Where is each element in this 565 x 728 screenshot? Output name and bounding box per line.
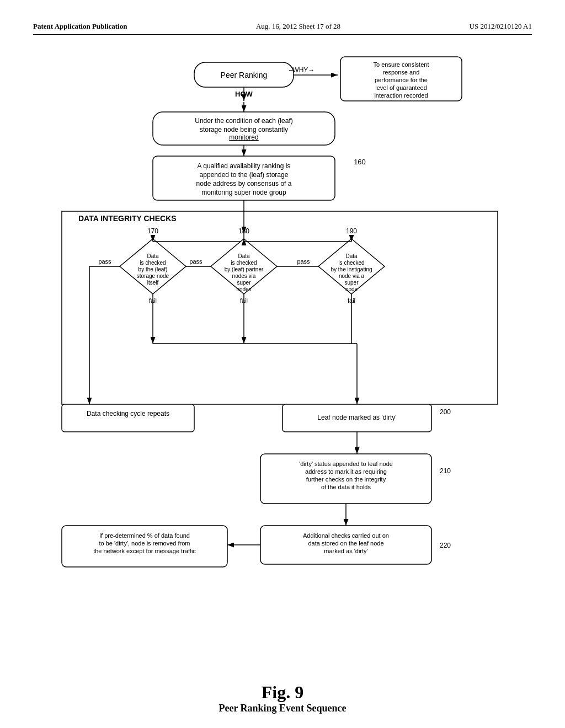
qualified-text-2: appended to the (leaf) storage xyxy=(200,171,289,179)
svg-text:by the (leaf): by the (leaf) xyxy=(138,266,168,272)
leaf-dirty-text: Leaf node marked as 'dirty' xyxy=(317,414,396,421)
svg-text:node via a: node via a xyxy=(339,273,365,279)
svg-rect-45 xyxy=(62,404,194,432)
figure-caption: Fig. 9 Peer Ranking Event Sequence xyxy=(45,682,520,714)
if-predetermined-text-2: to be 'dirty', node is removed from xyxy=(99,540,190,547)
svg-text:level of guaranteed: level of guaranteed xyxy=(375,84,427,91)
data-checking-text-1: Data checking cycle repeats xyxy=(87,410,169,417)
condition-text-3: monitored xyxy=(229,133,258,141)
label-220: 220 xyxy=(440,542,451,549)
svg-text:super: super xyxy=(344,280,359,286)
svg-text:performance for the: performance for the xyxy=(375,77,428,83)
dirty-status-text-1: 'dirty' status appended to leaf node xyxy=(299,461,393,467)
svg-text:Data: Data xyxy=(238,253,250,259)
svg-text:storage node: storage node xyxy=(137,273,169,279)
additional-text-1: Additional checks carried out on xyxy=(303,532,389,539)
svg-text:itself: itself xyxy=(147,280,159,286)
svg-text:is checked: is checked xyxy=(140,260,166,266)
svg-text:super: super xyxy=(237,280,251,286)
figure-title: Peer Ranking Event Sequence xyxy=(45,703,520,714)
svg-text:node: node xyxy=(345,286,358,292)
page-header: Patent Application Publication Aug. 16, … xyxy=(33,22,532,35)
svg-text:is checked: is checked xyxy=(231,260,257,266)
svg-text:response and: response and xyxy=(383,69,420,76)
pass-190: pass xyxy=(297,258,310,265)
svg-text:nodes via: nodes via xyxy=(232,273,256,279)
why-note: To ensure consistent xyxy=(374,61,429,68)
page: Patent Application Publication Aug. 16, … xyxy=(0,0,565,728)
svg-text:Data: Data xyxy=(147,253,159,259)
dirty-status-text-2: address to mark it as requiring xyxy=(305,468,387,475)
header-publication: Patent Application Publication xyxy=(33,22,127,31)
label-180: 180 xyxy=(238,227,249,235)
qualified-text-1: A qualified availability ranking is xyxy=(198,162,291,170)
label-170: 170 xyxy=(147,227,158,235)
header-date-sheet: Aug. 16, 2012 Sheet 17 of 28 xyxy=(256,22,340,31)
additional-text-3: marked as 'dirty' xyxy=(324,548,367,554)
if-predetermined-text-3: the network except for message traffic xyxy=(93,548,196,554)
peer-ranking-label: Peer Ranking xyxy=(221,71,268,79)
condition-text-1: Under the condition of each (leaf) xyxy=(195,117,292,125)
diagram-area: Peer Ranking –WHY→ To ensure consistent … xyxy=(45,51,520,714)
svg-text:Data: Data xyxy=(345,253,358,259)
header-patent-num: US 2012/0210120 A1 xyxy=(470,22,532,31)
dirty-status-text-4: of the data it holds xyxy=(321,484,371,490)
flowchart-svg: Peer Ranking –WHY→ To ensure consistent … xyxy=(45,51,520,675)
label-200: 200 xyxy=(440,408,451,416)
svg-text:by the instigating: by the instigating xyxy=(331,266,372,272)
pass-180: pass xyxy=(189,258,202,265)
svg-text:nodes: nodes xyxy=(236,286,251,292)
why-label: –WHY→ xyxy=(289,66,315,74)
svg-rect-12 xyxy=(62,211,498,404)
additional-text-2: data stored on the leaf node xyxy=(308,540,384,547)
qualified-text-4: monitoring super node group xyxy=(201,189,286,196)
figure-number: Fig. 9 xyxy=(45,682,520,703)
condition-text-2: storage node being constantly xyxy=(200,126,288,133)
svg-text:interaction recorded: interaction recorded xyxy=(374,92,428,99)
svg-text:by (leaf) partner: by (leaf) partner xyxy=(225,266,264,272)
label-160: 160 xyxy=(354,158,366,166)
data-integrity-label: DATA INTEGRITY CHECKS xyxy=(78,214,177,223)
qualified-text-3: node address by consensus of a xyxy=(196,180,292,188)
if-predetermined-text-1: If pre-determined % of data found xyxy=(99,532,190,539)
dirty-status-text-3: further checks on the integrity xyxy=(306,476,386,483)
label-210: 210 xyxy=(440,467,451,475)
svg-text:is checked: is checked xyxy=(338,260,364,266)
label-190: 190 xyxy=(346,227,357,235)
pass-170: pass xyxy=(98,258,111,265)
